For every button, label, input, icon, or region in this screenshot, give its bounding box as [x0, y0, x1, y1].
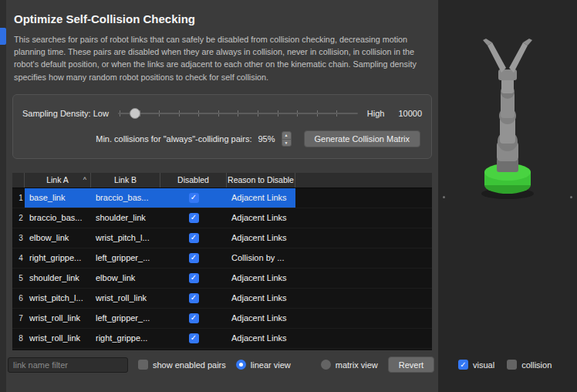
row-cells: braccio_bas... shoulder_link ✓ Adjacent … — [25, 208, 295, 228]
row-cells: elbow_link wrist_pitch_l... ✓ Adjacent L… — [25, 228, 295, 248]
show-enabled-pairs-checkbox[interactable] — [138, 360, 148, 370]
matrix-view-option[interactable]: matrix view — [321, 360, 378, 370]
reason-cell: Collision by ... — [227, 248, 295, 268]
row-cells: wrist_roll_link left_gripper_... ✓ Adjac… — [25, 309, 295, 328]
link-b-cell[interactable]: wrist_pitch_l... — [91, 228, 160, 248]
sampling-density-slider[interactable] — [118, 107, 358, 120]
min-collisions-stepper[interactable]: ▲ ▼ — [282, 131, 292, 147]
link-a-cell[interactable]: wrist_pitch_l... — [25, 289, 91, 308]
table-row[interactable]: 7 wrist_roll_link left_gripper_... ✓ Adj… — [12, 309, 432, 329]
collision-checkbox[interactable] — [507, 360, 517, 370]
link-a-cell[interactable]: right_grippe... — [25, 248, 91, 268]
linear-view-option[interactable]: linear view — [236, 360, 291, 370]
min-collisions-label: Min. collisions for "always"-colliding p… — [96, 134, 251, 144]
collision-pairs-table: Link A ^ Link B Disabled Reason to Disab… — [12, 173, 432, 350]
disabled-checkbox[interactable]: ✓ — [189, 233, 199, 243]
splitter-dot-left — [443, 196, 445, 198]
disabled-checkbox[interactable]: ✓ — [189, 273, 199, 283]
disabled-cell[interactable]: ✓ — [160, 188, 227, 208]
row-filler — [295, 248, 432, 268]
table-row[interactable]: 8 wrist_roll_link right_grippe... ✓ Adja… — [12, 329, 432, 349]
disabled-cell[interactable]: ✓ — [160, 289, 227, 308]
collision-option[interactable]: collision — [507, 360, 552, 370]
row-number: 5 — [12, 269, 25, 288]
row-cells: shoulder_link elbow_link ✓ Adjacent Link… — [25, 269, 295, 288]
linear-view-radio[interactable] — [236, 360, 246, 370]
disabled-cell[interactable]: ✓ — [160, 329, 227, 348]
reason-cell: Adjacent Links — [227, 269, 295, 288]
link-b-cell[interactable]: braccio_bas... — [91, 188, 160, 208]
active-page-indicator — [0, 28, 6, 45]
row-filler — [295, 208, 432, 228]
slider-track[interactable] — [118, 113, 358, 114]
slider-handle[interactable] — [130, 108, 140, 119]
link-a-cell[interactable]: wrist_roll_link — [25, 329, 91, 348]
link-a-cell[interactable]: elbow_link — [25, 228, 91, 248]
column-header-disabled[interactable]: Disabled — [160, 173, 227, 188]
reason-cell: Adjacent Links — [227, 188, 295, 208]
link-b-cell[interactable]: wrist_roll_link — [91, 289, 160, 308]
row-cells: base_link braccio_bas... ✓ Adjacent Link… — [25, 188, 295, 208]
stepper-up-icon[interactable]: ▲ — [282, 132, 291, 139]
link-b-cell[interactable]: elbow_link — [91, 269, 160, 288]
min-collisions-row: Min. collisions for "always"-colliding p… — [22, 130, 422, 147]
page-title: Optimize Self-Collision Checking — [14, 12, 430, 25]
generate-collision-matrix-button[interactable]: Generate Collision Matrix — [304, 130, 421, 147]
visual-checkbox[interactable]: ✓ — [458, 360, 468, 370]
disabled-checkbox[interactable]: ✓ — [189, 333, 199, 343]
row-cells: wrist_roll_link right_grippe... ✓ Adjace… — [25, 329, 295, 348]
high-label: High — [367, 109, 385, 118]
visual-label: visual — [473, 360, 494, 370]
visual-option[interactable]: ✓ visual — [458, 360, 494, 370]
stepper-down-icon[interactable]: ▼ — [282, 139, 291, 146]
row-filler — [295, 289, 432, 308]
link-b-cell[interactable]: right_grippe... — [91, 329, 160, 348]
linear-view-label: linear view — [251, 360, 291, 370]
reason-cell: Adjacent Links — [227, 309, 295, 328]
column-header-link-a[interactable]: Link A ^ — [25, 173, 91, 188]
robot-arm-model — [454, 39, 562, 202]
sampling-density-value: 10000 — [398, 109, 422, 118]
disabled-checkbox[interactable]: ✓ — [189, 313, 199, 323]
table-row[interactable]: 1 base_link braccio_bas... ✓ Adjacent Li… — [12, 188, 432, 208]
disabled-cell[interactable]: ✓ — [160, 248, 227, 268]
link-a-cell[interactable]: wrist_roll_link — [25, 309, 91, 328]
row-number: 1 — [12, 188, 25, 208]
row-filler — [295, 188, 432, 208]
show-enabled-pairs-option[interactable]: show enabled pairs — [138, 360, 226, 370]
header-filler — [295, 173, 432, 188]
table-row[interactable]: 6 wrist_pitch_l... wrist_roll_link ✓ Adj… — [12, 289, 432, 309]
row-number: 7 — [12, 309, 25, 328]
column-label-disabled: Disabled — [177, 175, 209, 184]
column-header-reason[interactable]: Reason to Disable — [227, 173, 295, 188]
matrix-view-radio[interactable] — [321, 360, 331, 370]
disabled-cell[interactable]: ✓ — [160, 309, 227, 328]
disabled-checkbox[interactable]: ✓ — [189, 293, 199, 303]
sampling-density-row: Sampling Density: Low High 10000 — [22, 96, 422, 130]
robot-3d-viewport[interactable]: ✓ visual collision — [438, 0, 577, 392]
disabled-checkbox[interactable]: ✓ — [189, 253, 199, 263]
link-a-cell[interactable]: braccio_bas... — [25, 208, 91, 228]
table-row[interactable]: 5 shoulder_link elbow_link ✓ Adjacent Li… — [12, 269, 432, 289]
link-a-cell[interactable]: shoulder_link — [25, 269, 91, 288]
revert-button[interactable]: Revert — [388, 357, 434, 373]
link-b-cell[interactable]: left_gripper_... — [91, 248, 160, 268]
link-b-cell[interactable]: shoulder_link — [91, 208, 160, 228]
matrix-view-label: matrix view — [336, 360, 378, 370]
show-enabled-pairs-label: show enabled pairs — [153, 360, 226, 370]
table-row[interactable]: 4 right_grippe... left_gripper_... ✓ Col… — [12, 248, 432, 269]
table-row[interactable]: 2 braccio_bas... shoulder_link ✓ Adjacen… — [12, 208, 432, 228]
table-row[interactable]: 3 elbow_link wrist_pitch_l... ✓ Adjacent… — [12, 228, 432, 248]
disabled-checkbox[interactable]: ✓ — [189, 213, 199, 223]
column-header-link-b[interactable]: Link B — [91, 173, 160, 188]
row-number: 2 — [12, 208, 25, 228]
link-a-cell[interactable]: base_link — [25, 188, 91, 208]
disabled-checkbox[interactable]: ✓ — [189, 193, 199, 203]
row-cells: right_grippe... left_gripper_... ✓ Colli… — [25, 248, 295, 268]
link-b-cell[interactable]: left_gripper_... — [91, 309, 160, 328]
link-name-filter-input[interactable] — [8, 357, 128, 373]
table-header: Link A ^ Link B Disabled Reason to Disab… — [12, 173, 432, 188]
disabled-cell[interactable]: ✓ — [160, 208, 227, 228]
disabled-cell[interactable]: ✓ — [160, 228, 227, 248]
disabled-cell[interactable]: ✓ — [160, 269, 227, 288]
